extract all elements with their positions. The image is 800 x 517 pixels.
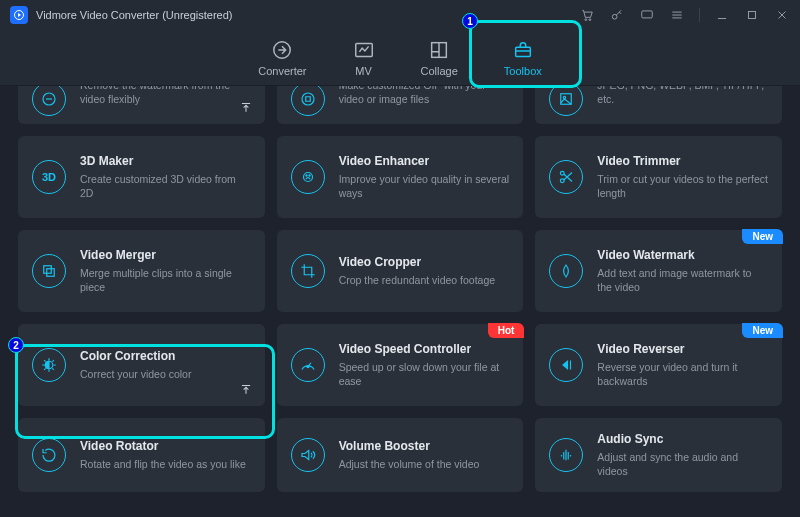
image-converter-icon [549,86,583,116]
card-watermark-remover[interactable]: Remove the watermark from the video flex… [18,86,265,124]
card-video-cropper[interactable]: Video Cropper Crop the redundant video f… [277,230,524,312]
new-badge: New [742,323,783,338]
tab-mv[interactable]: MV [353,39,375,77]
card-desc: Improve your video quality in several wa… [339,172,510,200]
app-title: Vidmore Video Converter (Unregistered) [36,9,232,21]
card-desc: JPEG, PNG, WEBP, BMP, TIF/TIFF, etc. [597,86,768,106]
card-desc: Speed up or slow down your file at ease [339,360,510,388]
card-video-enhancer[interactable]: Video Enhancer Improve your video qualit… [277,136,524,218]
svg-point-2 [589,19,591,21]
svg-rect-5 [749,12,756,19]
card-desc: Crop the redundant video footage [339,273,510,287]
card-desc: Remove the watermark from the video flex… [80,86,251,106]
svg-point-3 [612,14,617,19]
collapse-icon [239,382,253,396]
card-desc: Create customized 3D video from 2D [80,172,251,200]
card-desc: Adjust and sync the audio and videos [597,450,768,478]
card-video-merger[interactable]: Video Merger Merge multiple clips into a… [18,230,265,312]
cropper-icon [291,254,325,288]
audio-sync-icon [549,438,583,472]
main-tabs: Converter MV Collage Toolbox [0,30,800,86]
card-video-watermark[interactable]: New Video Watermark Add text and image w… [535,230,782,312]
card-desc: Merge multiple clips into a single piece [80,266,251,294]
svg-rect-19 [44,266,52,274]
rotator-icon [32,438,66,472]
maximize-button[interactable] [744,7,760,23]
key-icon[interactable] [609,7,625,23]
card-3d-maker[interactable]: 3D 3D Maker Create customized 3D video f… [18,136,265,218]
app-logo-icon [10,6,28,24]
card-video-rotator[interactable]: Video Rotator Rotate and flip the video … [18,418,265,492]
card-color-correction[interactable]: Color Correction Correct your video colo… [18,324,265,406]
card-title: Color Correction [80,349,251,363]
card-title: Video Rotator [80,439,251,453]
enhancer-icon [291,160,325,194]
watermark-remover-icon [32,86,66,116]
card-title: Video Cropper [339,255,510,269]
card-title: Video Trimmer [597,154,768,168]
card-desc: Add text and image watermark to the vide… [597,266,768,294]
card-title: Video Watermark [597,248,768,262]
gif-maker-icon [291,86,325,116]
titlebar: Vidmore Video Converter (Unregistered) [0,0,800,30]
card-title: Video Enhancer [339,154,510,168]
card-desc: Rotate and flip the video as you like [80,457,251,471]
tab-label: Collage [421,65,458,77]
card-desc: Correct your video color [80,367,251,381]
card-title: Video Merger [80,248,251,262]
svg-point-22 [307,365,309,367]
watermark-icon [549,254,583,288]
toolbox-scroll-area[interactable]: Remove the watermark from the video flex… [0,86,800,517]
card-video-trimmer[interactable]: Video Trimmer Trim or cut your videos to… [535,136,782,218]
svg-point-16 [309,175,310,176]
feedback-icon[interactable] [639,7,655,23]
tab-toolbox[interactable]: Toolbox [504,39,542,77]
annotation-badge-1: 1 [462,13,478,29]
hot-badge: Hot [488,323,525,338]
card-audio-sync[interactable]: Audio Sync Adjust and sync the audio and… [535,418,782,492]
speed-icon [291,348,325,382]
merger-icon [32,254,66,288]
color-correction-icon [32,348,66,382]
collapse-icon [239,100,253,114]
tab-label: MV [355,65,372,77]
cart-icon[interactable] [579,7,595,23]
minimize-button[interactable] [714,7,730,23]
card-video-speed[interactable]: Hot Video Speed Controller Speed up or s… [277,324,524,406]
toolbox-icon [512,39,534,61]
tab-collage[interactable]: Collage [421,39,458,77]
svg-point-1 [585,19,587,21]
mv-icon [353,39,375,61]
window-controls [579,7,790,23]
converter-icon [271,39,293,61]
card-image-converter[interactable]: JPEG, PNG, WEBP, BMP, TIF/TIFF, etc. [535,86,782,124]
card-title: Audio Sync [597,432,768,446]
svg-point-11 [302,93,314,105]
menu-icon[interactable] [669,7,685,23]
card-desc: Make customized GIF with your video or i… [339,86,510,106]
trimmer-icon [549,160,583,194]
card-title: Video Speed Controller [339,342,510,356]
tab-label: Toolbox [504,65,542,77]
card-desc: Trim or cut your videos to the perfect l… [597,172,768,200]
tab-converter[interactable]: Converter [258,39,306,77]
new-badge: New [742,229,783,244]
3d-icon: 3D [32,160,66,194]
card-title: Video Reverser [597,342,768,356]
close-button[interactable] [774,7,790,23]
annotation-badge-2: 2 [8,337,24,353]
card-video-reverser[interactable]: New Video Reverser Reverse your video an… [535,324,782,406]
card-desc: Reverse your video and turn it backwards [597,360,768,388]
volume-icon [291,438,325,472]
svg-rect-9 [515,47,530,56]
collage-icon [428,39,450,61]
card-gif-maker[interactable]: Make customized GIF with your video or i… [277,86,524,124]
card-desc: Adjust the volume of the video [339,457,510,471]
reverser-icon [549,348,583,382]
svg-rect-20 [47,269,55,277]
card-title: Volume Booster [339,439,510,453]
svg-point-15 [306,175,307,176]
card-title: 3D Maker [80,154,251,168]
card-volume-booster[interactable]: Volume Booster Adjust the volume of the … [277,418,524,492]
tab-label: Converter [258,65,306,77]
